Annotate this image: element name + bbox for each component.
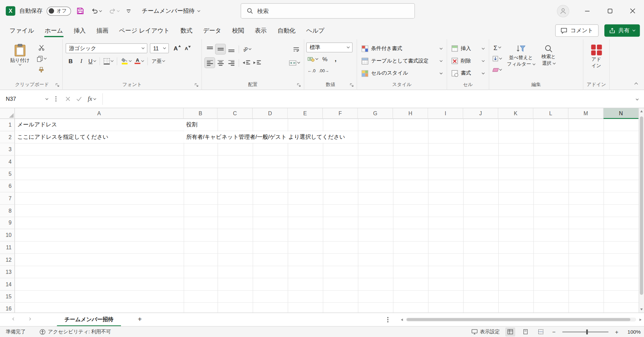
tab-view[interactable]: 表示 (249, 22, 272, 39)
increase-indent-button[interactable] (252, 58, 262, 68)
scroll-down-arrow[interactable] (639, 308, 644, 310)
tab-data[interactable]: データ (198, 22, 227, 39)
font-size-combo[interactable]: 11 (150, 43, 169, 53)
scroll-up-arrow[interactable] (639, 110, 644, 112)
search-input[interactable] (257, 8, 409, 14)
customize-toolbar-button[interactable] (125, 8, 132, 14)
sheet-nav-right-button[interactable] (22, 313, 37, 326)
row-header-7[interactable]: 7 (0, 193, 15, 205)
number-format-combo[interactable]: 標準 (306, 43, 353, 52)
shrink-font-button[interactable]: A (183, 43, 192, 53)
search-box[interactable] (241, 3, 415, 18)
excel-logo-icon[interactable]: X (6, 6, 15, 15)
drag-handle-icon[interactable] (55, 96, 56, 101)
tab-page-layout[interactable]: ページ レイアウト (114, 22, 175, 39)
column-header-C[interactable]: C (218, 108, 253, 119)
zoom-slider[interactable] (562, 331, 608, 332)
vertical-scrollbar-thumb[interactable] (640, 117, 643, 295)
cancel-icon[interactable] (66, 97, 70, 101)
row-header-14[interactable]: 14 (0, 278, 15, 290)
phonetic-button[interactable]: ア亜 (150, 56, 166, 66)
enter-check-icon[interactable] (76, 97, 82, 101)
expand-formula-bar-button[interactable] (636, 97, 639, 100)
comments-button[interactable]: コメント (555, 25, 598, 37)
more-options-icon[interactable] (387, 317, 388, 322)
cell-A2[interactable]: ここにアドレスを指定してください (15, 131, 108, 143)
row-header-3[interactable]: 3 (0, 143, 15, 156)
clear-button[interactable] (491, 65, 503, 75)
align-top-button[interactable] (205, 44, 215, 54)
tab-draw[interactable]: 描画 (91, 22, 114, 39)
column-header-L[interactable]: L (533, 108, 568, 119)
align-bottom-button[interactable] (226, 44, 236, 54)
increase-decimal-button[interactable]: ←.0 (306, 66, 317, 75)
column-header-I[interactable]: I (428, 108, 463, 119)
sort-filter-button[interactable]: 並べ替えと フィルター (505, 43, 538, 81)
column-header-K[interactable]: K (498, 108, 533, 119)
row-header-8[interactable]: 8 (0, 205, 15, 217)
row-header-2[interactable]: 2 (0, 131, 15, 143)
format-cells-button[interactable]: 書式 (449, 67, 487, 79)
addins-button[interactable]: アド イン (589, 43, 604, 81)
italic-button[interactable]: I (76, 56, 86, 66)
tab-formulas[interactable]: 数式 (175, 22, 198, 39)
scroll-right-arrow[interactable] (638, 318, 642, 321)
normal-view-button[interactable] (505, 327, 515, 336)
paste-button[interactable]: 貼り付け (8, 42, 32, 81)
bold-button[interactable]: B (66, 56, 75, 66)
save-button[interactable] (75, 6, 85, 16)
grow-font-button[interactable]: A (172, 43, 182, 53)
percent-style-button[interactable]: % (320, 54, 330, 64)
align-right-button[interactable] (226, 58, 236, 68)
accounting-format-button[interactable] (306, 54, 319, 64)
zoom-slider-thumb[interactable] (586, 329, 588, 334)
zoom-level[interactable]: 100% (625, 329, 641, 335)
close-button[interactable] (621, 0, 644, 22)
underline-button[interactable]: U (87, 56, 97, 66)
column-header-G[interactable]: G (358, 108, 393, 119)
cell-B2[interactable]: 所有者/キャビネット管理者/一般/ゲスト より選択してください (184, 131, 345, 143)
column-header-B[interactable]: B (184, 108, 218, 119)
sheet-tab-active[interactable]: チームメンバー招待 (57, 313, 121, 326)
align-center-button[interactable] (215, 58, 225, 68)
tab-review[interactable]: 校閲 (227, 22, 250, 39)
column-header-M[interactable]: M (568, 108, 603, 119)
row-header-1[interactable]: 1 (0, 119, 15, 131)
column-header-A[interactable]: A (15, 108, 184, 119)
cut-button[interactable] (35, 43, 47, 52)
row-header-16[interactable]: 16 (0, 303, 15, 312)
borders-button[interactable] (102, 56, 115, 66)
page-layout-view-button[interactable] (520, 327, 530, 336)
wrap-text-button[interactable] (291, 44, 301, 54)
account-avatar[interactable] (557, 5, 569, 17)
zoom-in-button[interactable]: + (614, 329, 619, 335)
row-header-11[interactable]: 11 (0, 242, 15, 254)
row-header-15[interactable]: 15 (0, 291, 15, 303)
add-sheet-button[interactable]: + (132, 313, 147, 326)
row-header-5[interactable]: 5 (0, 168, 15, 180)
merge-center-button[interactable] (288, 58, 301, 68)
redo-button[interactable] (107, 6, 121, 15)
column-header-E[interactable]: E (288, 108, 323, 119)
row-header-10[interactable]: 10 (0, 229, 15, 241)
row-header-4[interactable]: 4 (0, 156, 15, 168)
spreadsheet-grid[interactable]: メールアドレス 役割 ここにアドレスを指定してください 所有者/キャビネット管理… (0, 108, 644, 312)
copy-button[interactable] (35, 54, 47, 64)
orientation-button[interactable]: ab (242, 44, 252, 54)
align-left-button[interactable] (205, 58, 215, 68)
row-header-9[interactable]: 9 (0, 217, 15, 229)
font-name-combo[interactable]: 游ゴシック (66, 43, 147, 53)
scroll-left-arrow[interactable] (400, 318, 404, 321)
tab-help[interactable]: ヘルプ (301, 22, 330, 39)
comma-style-button[interactable]: , (331, 54, 340, 64)
row-header-6[interactable]: 6 (0, 180, 15, 192)
delete-cells-button[interactable]: 削除 (449, 55, 487, 67)
dialog-launcher-icon[interactable] (350, 83, 354, 87)
autosum-button[interactable]: Σ (491, 43, 503, 52)
autosave-toggle[interactable]: オフ (47, 6, 71, 15)
formula-input[interactable] (104, 93, 633, 105)
dialog-launcher-icon[interactable] (195, 83, 199, 87)
horizontal-scrollbar-track[interactable] (406, 318, 636, 322)
insert-cells-button[interactable]: 挿入 (449, 43, 487, 55)
name-box[interactable]: N37 (2, 93, 51, 105)
